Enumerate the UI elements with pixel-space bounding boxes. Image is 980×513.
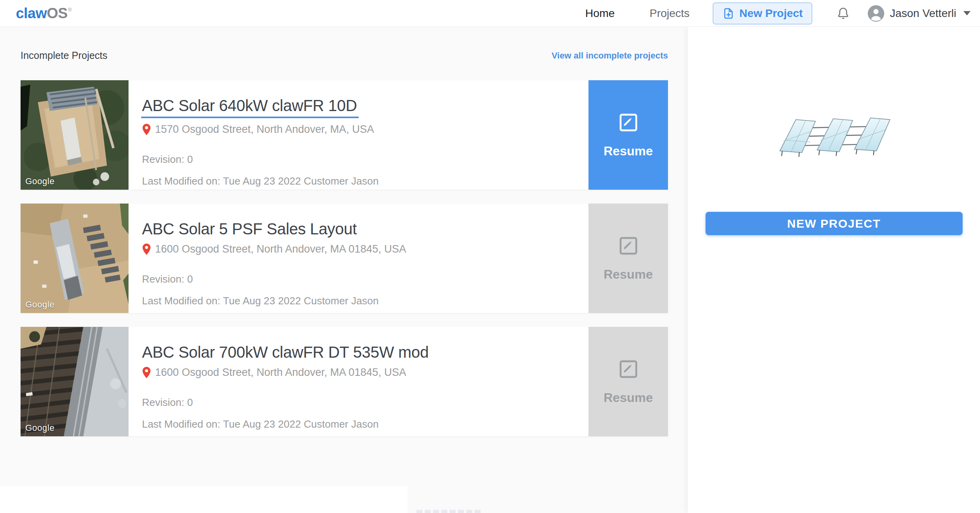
project-address: 1600 Osgood Street, North Andover, MA 01… xyxy=(155,243,406,255)
new-project-header-button[interactable]: New Project xyxy=(713,2,812,25)
new-project-sidebar-button[interactable]: NEW PROJECT xyxy=(706,212,963,235)
logo-part-claw: claw xyxy=(16,5,47,22)
thumbnail-peek-pattern xyxy=(416,510,481,513)
user-name-label[interactable]: Jason Vetterli xyxy=(890,7,956,20)
satellite-thumbnail: Google xyxy=(21,204,129,313)
project-card: Google ABC Solar 5 PSF Sales Layout 1600… xyxy=(21,204,668,313)
logo-part-os: OS xyxy=(47,5,67,22)
satellite-thumbnail: Google xyxy=(21,327,129,436)
logo-trademark: ® xyxy=(68,7,72,13)
nav-item-home[interactable]: Home xyxy=(585,7,615,20)
edit-square-icon xyxy=(617,358,639,380)
google-watermark: Google xyxy=(25,176,55,187)
project-address-row: 1600 Osgood Street, North Andover, MA 01… xyxy=(142,243,588,255)
project-title-link[interactable]: ABC Solar 640kW clawFR 10D xyxy=(141,97,359,118)
project-card-body: ABC Solar 640kW clawFR 10D 1570 Osgood S… xyxy=(129,80,588,190)
project-card-body: ABC Solar 5 PSF Sales Layout 1600 Osgood… xyxy=(129,204,588,313)
google-watermark: Google xyxy=(25,423,55,433)
page-content: Incomplete Projects View all incomplete … xyxy=(0,27,980,513)
resume-button[interactable]: Resume xyxy=(588,204,668,313)
project-last-modified: Last Modified on: Tue Aug 23 2022 Custom… xyxy=(142,418,588,430)
project-title-link[interactable]: ABC Solar 700kW clawFR DT 535W mod xyxy=(142,343,429,361)
new-project-sidebar: NEW PROJECT xyxy=(688,27,980,513)
project-card: Google ABC Solar 700kW clawFR DT 535W mo… xyxy=(21,327,668,436)
project-card: Google ABC Solar 640kW clawFR 10D 1570 O… xyxy=(21,80,668,190)
project-address: 1570 Osgood Street, North Andover, MA, U… xyxy=(155,123,374,136)
user-avatar[interactable] xyxy=(868,5,884,22)
map-pin-icon xyxy=(142,243,151,255)
edit-square-icon xyxy=(617,111,639,134)
project-revision: Revision: 0 xyxy=(142,273,588,285)
map-pin-icon xyxy=(142,123,151,136)
nav-item-projects[interactable]: Projects xyxy=(649,7,689,20)
app-root: claw OS ® Home Projects New Project xyxy=(0,0,980,513)
project-address: 1600 Osgood Street, North Andover, MA 01… xyxy=(155,366,406,379)
main-column: Incomplete Projects View all incomplete … xyxy=(0,27,688,513)
resume-button-label: Resume xyxy=(604,390,653,405)
solar-array-illustration xyxy=(769,104,899,164)
project-title-link[interactable]: ABC Solar 5 PSF Sales Layout xyxy=(142,220,357,238)
resume-button-label: Resume xyxy=(604,144,653,158)
view-all-incomplete-projects-link[interactable]: View all incomplete projects xyxy=(552,51,668,61)
notifications-bell-icon[interactable] xyxy=(836,6,850,21)
project-card-body: ABC Solar 700kW clawFR DT 535W mod 1600 … xyxy=(129,327,588,436)
section-title: Incomplete Projects xyxy=(21,50,108,61)
top-navigation-bar: claw OS ® Home Projects New Project xyxy=(0,0,980,27)
document-plus-icon xyxy=(722,7,735,20)
project-revision: Revision: 0 xyxy=(142,396,588,409)
incomplete-projects-header-row: Incomplete Projects View all incomplete … xyxy=(21,50,668,61)
resume-button[interactable]: Resume xyxy=(588,80,668,190)
edit-square-icon xyxy=(617,235,639,257)
map-pin-icon xyxy=(142,366,151,379)
project-last-modified: Last Modified on: Tue Aug 23 2022 Custom… xyxy=(142,175,588,187)
resume-button-label: Resume xyxy=(604,267,653,282)
project-card-list: Google ABC Solar 640kW clawFR 10D 1570 O… xyxy=(21,80,668,436)
clawos-logo[interactable]: claw OS ® xyxy=(16,5,72,22)
user-menu-chevron-down-icon[interactable] xyxy=(963,11,971,15)
project-revision: Revision: 0 xyxy=(142,153,588,166)
project-address-row: 1570 Osgood Street, North Andover, MA, U… xyxy=(142,123,588,136)
satellite-thumbnail: Google xyxy=(21,80,129,190)
google-watermark: Google xyxy=(25,300,55,310)
next-section-card-peek xyxy=(0,486,407,513)
resume-button[interactable]: Resume xyxy=(588,327,668,436)
new-project-header-label: New Project xyxy=(740,7,803,20)
project-address-row: 1600 Osgood Street, North Andover, MA 01… xyxy=(142,366,588,379)
project-last-modified: Last Modified on: Tue Aug 23 2022 Custom… xyxy=(142,295,588,307)
